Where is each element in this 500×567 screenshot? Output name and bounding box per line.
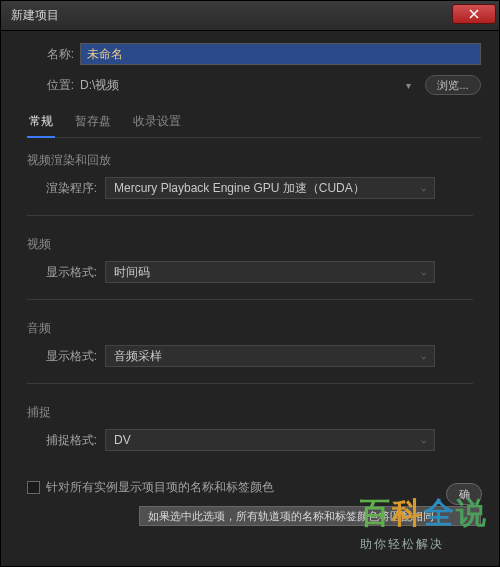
capture-format-dropdown[interactable]: DV ⌵ (105, 429, 435, 451)
location-path: D:\视频 (80, 77, 400, 94)
audio-format-label: 显示格式: (27, 348, 97, 365)
divider (27, 299, 473, 300)
dropdown-value: DV (114, 433, 131, 447)
name-row: 名称: (19, 43, 481, 65)
dropdown-value: Mercury Playback Engine GPU 加速（CUDA） (114, 180, 365, 197)
window-close-button[interactable] (452, 4, 496, 24)
dropdown-value: 音频采样 (114, 348, 162, 365)
wm-char: 科 (392, 493, 422, 534)
window-title: 新建项目 (11, 7, 59, 24)
wm-char: 说 (456, 493, 486, 534)
section-video: 视频 显示格式: 时间码 ⌵ (19, 222, 481, 293)
tab-ingest[interactable]: 收录设置 (131, 109, 183, 137)
divider (27, 383, 473, 384)
chevron-down-icon: ⌵ (421, 435, 426, 445)
section-audio: 音频 显示格式: 音频采样 ⌵ (19, 306, 481, 377)
wm-char: 全 (424, 493, 454, 534)
browse-button[interactable]: 浏览... (425, 75, 481, 95)
chevron-down-icon[interactable]: ▾ (406, 80, 411, 91)
watermark: 百 科 全 说 助你轻松解决 (360, 493, 486, 553)
chevron-down-icon: ⌵ (421, 267, 426, 277)
tab-general[interactable]: 常规 (27, 109, 55, 138)
capture-format-label: 捕捉格式: (27, 432, 97, 449)
chevron-down-icon: ⌵ (421, 351, 426, 361)
tab-label: 暂存盘 (75, 114, 111, 128)
watermark-subtitle: 助你轻松解决 (360, 536, 486, 553)
chevron-down-icon: ⌵ (421, 183, 426, 193)
dropdown-value: 时间码 (114, 264, 150, 281)
title-bar: 新建项目 (1, 1, 499, 31)
wm-char: 百 (360, 493, 390, 534)
tab-bar: 常规 暂存盘 收录设置 (27, 109, 481, 138)
section-title: 视频渲染和回放 (27, 152, 473, 169)
dialog-content: 名称: 位置: D:\视频 ▾ 浏览... 常规 暂存盘 收录设置 视频渲染和回… (1, 31, 499, 538)
section-capture: 捕捉 捕捉格式: DV ⌵ (19, 390, 481, 461)
project-name-input[interactable] (80, 43, 481, 65)
location-label: 位置: (19, 77, 74, 94)
location-row: 位置: D:\视频 ▾ 浏览... (19, 75, 481, 95)
dialog-window: 新建项目 名称: 位置: D:\视频 ▾ 浏览... 常规 暂存盘 收录设置 视… (0, 0, 500, 567)
section-title: 视频 (27, 236, 473, 253)
tab-label: 常规 (29, 114, 53, 128)
renderer-dropdown[interactable]: Mercury Playback Engine GPU 加速（CUDA） ⌵ (105, 177, 435, 199)
video-format-label: 显示格式: (27, 264, 97, 281)
checkbox-label: 针对所有实例显示项目项的名称和标签颜色 (46, 479, 274, 496)
show-names-checkbox[interactable] (27, 481, 40, 494)
section-title: 捕捉 (27, 404, 473, 421)
video-format-dropdown[interactable]: 时间码 ⌵ (105, 261, 435, 283)
browse-label: 浏览... (437, 78, 468, 93)
close-icon (469, 9, 479, 19)
section-title: 音频 (27, 320, 473, 337)
tab-scratch[interactable]: 暂存盘 (73, 109, 113, 137)
watermark-logo: 百 科 全 说 (360, 493, 486, 534)
section-render: 视频渲染和回放 渲染程序: Mercury Playback Engine GP… (19, 138, 481, 209)
tab-label: 收录设置 (133, 114, 181, 128)
audio-format-dropdown[interactable]: 音频采样 ⌵ (105, 345, 435, 367)
renderer-label: 渲染程序: (27, 180, 97, 197)
divider (27, 215, 473, 216)
name-label: 名称: (19, 46, 74, 63)
